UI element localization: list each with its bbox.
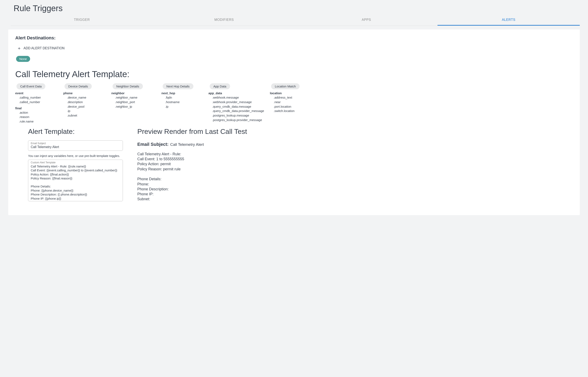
var-child: .address_text bbox=[270, 95, 305, 100]
vars-col-location: Location Match location .address_text .n… bbox=[270, 83, 305, 124]
var-child: .webhook.provider_message bbox=[208, 100, 266, 104]
var-root-final: final bbox=[15, 106, 60, 110]
var-child: .ip bbox=[161, 104, 205, 109]
preview-subject-label: Email Subject: bbox=[137, 142, 169, 147]
var-child: .hostname bbox=[161, 100, 205, 104]
email-subject-input[interactable] bbox=[31, 145, 120, 149]
var-child: .device_pool bbox=[63, 104, 108, 109]
chip-neighbor-details: Neighbor Details bbox=[113, 83, 143, 89]
chip-call-event: Call Event Data bbox=[16, 83, 45, 89]
var-child: .near bbox=[270, 100, 305, 104]
var-child: .fqdn bbox=[161, 95, 205, 100]
var-child: .postgres_lookup.provider_message bbox=[208, 118, 266, 122]
tab-alerts[interactable]: ALERTS bbox=[438, 15, 580, 25]
tabs: TRIGGER MODIFIERS APPS ALERTS bbox=[11, 15, 580, 26]
add-alert-destination-label: ADD ALERT DESTINATION bbox=[23, 47, 65, 50]
var-child: .device_name bbox=[63, 95, 108, 100]
preview-body: Call Telemetry Alert - Rule: Call Event:… bbox=[137, 152, 573, 202]
var-root-event: event bbox=[15, 91, 60, 95]
chip-device-details: Device Details bbox=[65, 83, 92, 89]
var-child: .ip bbox=[63, 109, 108, 113]
email-subject-field[interactable]: Email Subject bbox=[28, 141, 123, 151]
plus-icon: ＋ bbox=[17, 46, 22, 50]
chip-next-hop: Next Hop Details bbox=[163, 83, 193, 89]
var-child: .action bbox=[15, 110, 60, 115]
alert-destinations-heading: Alert Destinations: bbox=[15, 35, 573, 41]
var-child: .query_cmdb_data.message bbox=[208, 104, 266, 109]
vars-col-appdata: App Data app_data .webhook.message .webh… bbox=[208, 83, 266, 124]
var-child: .neighbor_name bbox=[111, 95, 158, 100]
var-child: .subnet bbox=[63, 113, 108, 118]
var-child: .description bbox=[63, 100, 108, 104]
vars-col-call-event: Call Event Data event .calling_number .c… bbox=[15, 83, 60, 124]
var-child: .neighbor_port bbox=[111, 100, 158, 104]
destination-chip-none[interactable]: None bbox=[16, 56, 30, 62]
var-child: .query_cmdb_data.provider_message bbox=[208, 109, 266, 113]
tab-modifiers[interactable]: MODIFIERS bbox=[153, 15, 295, 25]
preview-column: Preview Render from Last Call Test Email… bbox=[135, 128, 573, 205]
var-root-phone: phone bbox=[63, 91, 108, 95]
var-child: .port.location bbox=[270, 104, 305, 109]
var-root-location: location bbox=[270, 91, 305, 95]
tab-trigger[interactable]: TRIGGER bbox=[11, 15, 153, 25]
vars-col-neighbor: Neighbor Details neighbor .neighbor_name… bbox=[111, 83, 158, 124]
var-child: .webhook.message bbox=[208, 95, 266, 100]
chip-app-data: App Data bbox=[210, 83, 230, 89]
alerts-panel: Alert Destinations: ＋ ADD ALERT DESTINAT… bbox=[8, 29, 580, 215]
var-child: .rule.name bbox=[15, 119, 60, 124]
template-section-title: Call Telemetry Alert Template: bbox=[15, 69, 573, 79]
alert-template-heading: Alert Template: bbox=[28, 128, 123, 135]
preview-subject-value: Call Telemetry Alert bbox=[170, 142, 204, 147]
var-child: .neighbor_ip bbox=[111, 104, 158, 109]
chip-location-match: Location Match bbox=[271, 83, 300, 89]
var-child: .reason bbox=[15, 115, 60, 119]
vars-col-device: Device Details phone .device_name .descr… bbox=[63, 83, 108, 124]
custom-template-label: Custom Alert Template bbox=[31, 161, 120, 164]
preview-heading: Preview Render from Last Call Test bbox=[137, 128, 573, 135]
template-help-text: You can inject any variables here, or us… bbox=[28, 154, 123, 158]
var-root-nexthop: next_hop bbox=[161, 91, 205, 95]
vars-col-nexthop: Next Hop Details next_hop .fqdn .hostnam… bbox=[161, 83, 205, 124]
var-child: .switch.location bbox=[270, 109, 305, 113]
page-title: Rule Triggers bbox=[14, 4, 580, 13]
var-child: .calling_number bbox=[15, 95, 60, 100]
custom-template-textarea[interactable] bbox=[31, 164, 120, 201]
var-root-appdata: app_data bbox=[208, 91, 266, 95]
email-subject-label: Email Subject bbox=[31, 142, 120, 145]
var-root-neighbor: neighbor bbox=[111, 91, 158, 95]
var-child: .postgres_lookup.message bbox=[208, 113, 266, 118]
add-alert-destination-button[interactable]: ＋ ADD ALERT DESTINATION bbox=[17, 46, 65, 50]
tab-apps[interactable]: APPS bbox=[295, 15, 438, 25]
alert-template-column: Alert Template: Email Subject You can in… bbox=[15, 128, 123, 205]
custom-template-field[interactable]: Custom Alert Template bbox=[28, 160, 123, 201]
var-child: .called_number bbox=[15, 100, 60, 104]
template-vars-grid: Call Event Data event .calling_number .c… bbox=[15, 83, 573, 124]
